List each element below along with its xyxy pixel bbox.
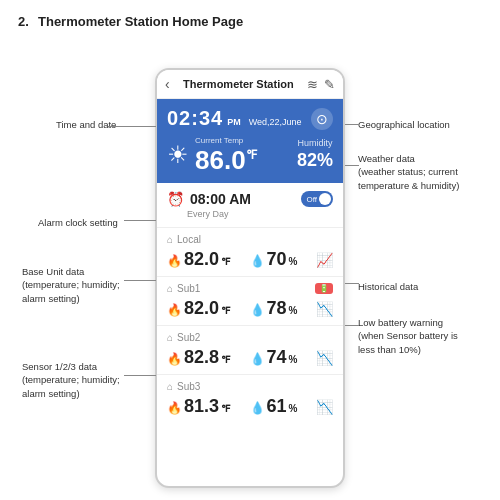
local-humid-value: 70: [267, 249, 287, 270]
weather-section: 02:34 PM Wed,22,June ⊙ ☀ Current Temp 86…: [157, 99, 343, 183]
annotation-geo: Geographical location: [358, 118, 450, 131]
sensor-name-sub2: ⌂ Sub2: [167, 332, 200, 343]
trend-chart-icon-sub3[interactable]: 📉: [316, 399, 333, 415]
sensor-label-sub2: Sub2: [177, 332, 200, 343]
sub3-humid-unit: %: [289, 403, 298, 414]
sensor-location-icon: ⌂: [167, 234, 173, 245]
sub1-humid-value: 78: [267, 298, 287, 319]
annotation-battery: Low battery warning (when Sensor battery…: [358, 316, 458, 356]
weather-left: ☀ Current Temp 86.0℉: [167, 136, 257, 173]
sensor-icon-sub3: ⌂: [167, 381, 173, 392]
annotation-base-unit: Base Unit data (temperature; humidity; a…: [22, 265, 120, 305]
sub2-temp-value: 82.8: [184, 347, 219, 368]
annotation-line-battery: [345, 325, 359, 326]
sub2-humid: 💧 74%: [250, 347, 298, 368]
sensor-icon-sub2: ⌂: [167, 332, 173, 343]
sensor-data-sub3: 🔥 81.3℉ 💧 61% 📉: [167, 396, 333, 417]
alarm-time: 08:00 AM: [190, 191, 251, 207]
time-ampm: PM: [227, 117, 241, 127]
sub3-humid: 💧 61%: [250, 396, 298, 417]
annotation-line-historical: [345, 283, 359, 284]
sensor-card-sub3: ⌂ Sub3 🔥 81.3℉ 💧 61% 📉: [157, 375, 343, 423]
humidity-label: Humidity: [297, 138, 333, 148]
annotation-historical: Historical data: [358, 280, 418, 293]
edit-icon[interactable]: ✎: [324, 77, 335, 92]
drop-icon-sub1: 💧: [250, 303, 265, 317]
annotation-sensor-data: Sensor 1/2/3 data (temperature; humidity…: [22, 360, 120, 400]
temp-block: Current Temp 86.0℉: [195, 136, 257, 173]
sub2-humid-value: 74: [267, 347, 287, 368]
sensor-icon-sub1: ⌂: [167, 283, 173, 294]
trend-chart-icon-sub2[interactable]: 📉: [316, 350, 333, 366]
sensor-name-sub1: ⌂ Sub1: [167, 283, 200, 294]
sub2-humid-unit: %: [289, 354, 298, 365]
location-icon[interactable]: ⊙: [311, 108, 333, 130]
alarm-toggle-label: Off: [306, 195, 317, 204]
local-temp-unit: ℉: [221, 256, 231, 267]
trend-chart-icon-sub1[interactable]: 📉: [316, 301, 333, 317]
local-temp-value: 82.0: [184, 249, 219, 270]
annotation-time-date: Time and date: [56, 118, 116, 131]
sun-icon: ☀: [167, 141, 189, 169]
flame-icon: 🔥: [167, 254, 182, 268]
sub1-temp-unit: ℉: [221, 305, 231, 316]
sub1-humid: 💧 78%: [250, 298, 298, 319]
time-display: 02:34 PM Wed,22,June: [167, 107, 302, 130]
wifi-icon[interactable]: ≋: [307, 77, 318, 92]
annotation-alarm: Alarm clock setting: [38, 216, 118, 229]
annotation-line-base: [124, 280, 156, 281]
sensor-header-sub1: ⌂ Sub1 🔋: [167, 283, 333, 294]
sub1-temp: 🔥 82.0℉: [167, 298, 231, 319]
back-button[interactable]: ‹: [165, 76, 170, 92]
humidity-block: Humidity 82%: [297, 138, 333, 171]
sensor-card-local: ⌂ Local 🔥 82.0℉ 💧 70% 📈: [157, 228, 343, 277]
local-humid-unit: %: [289, 256, 298, 267]
drop-icon-local: 💧: [250, 254, 265, 268]
sub2-temp: 🔥 82.8℉: [167, 347, 231, 368]
sensor-card-sub2: ⌂ Sub2 🔥 82.8℉ 💧 74% 📉: [157, 326, 343, 375]
flame-icon-sub3: 🔥: [167, 401, 182, 415]
annotation-line-sensor: [124, 375, 156, 376]
page-title: Thermometer Station Home Page: [38, 14, 243, 29]
annotation-line-weather: [345, 165, 359, 166]
alarm-toggle-knob: [319, 193, 331, 205]
sensor-label-sub1: Sub1: [177, 283, 200, 294]
temp-unit: ℉: [246, 148, 257, 162]
drop-icon-sub2: 💧: [250, 352, 265, 366]
sub1-temp-value: 82.0: [184, 298, 219, 319]
sensor-name-sub3: ⌂ Sub3: [167, 381, 200, 392]
sub3-temp: 🔥 81.3℉: [167, 396, 231, 417]
historical-chart-icon[interactable]: 📈: [316, 252, 333, 268]
weather-main: ☀ Current Temp 86.0℉ Humidity 82%: [167, 136, 333, 173]
annotation-line-alarm: [124, 220, 156, 221]
sensor-label-local: Local: [177, 234, 201, 245]
annotation-weather: Weather data (weather status; current te…: [358, 152, 459, 192]
alarm-left: ⏰ 08:00 AM: [167, 191, 251, 207]
alarm-section: ⏰ 08:00 AM Off Every Day: [157, 183, 343, 228]
sensor-data-local: 🔥 82.0℉ 💧 70% 📈: [167, 249, 333, 270]
sensor-name-local: ⌂ Local: [167, 234, 201, 245]
current-temp-label: Current Temp: [195, 136, 257, 145]
drop-icon-sub3: 💧: [250, 401, 265, 415]
sub3-temp-value: 81.3: [184, 396, 219, 417]
sensor-label-sub3: Sub3: [177, 381, 200, 392]
sensor-data-sub1: 🔥 82.0℉ 💧 78% 📉: [167, 298, 333, 319]
sub3-humid-value: 61: [267, 396, 287, 417]
alarm-row: ⏰ 08:00 AM Off: [167, 191, 333, 207]
alarm-icon: ⏰: [167, 191, 184, 207]
sub3-temp-unit: ℉: [221, 403, 231, 414]
time-value: 02:34: [167, 107, 223, 130]
sensor-data-sub2: 🔥 82.8℉ 💧 74% 📉: [167, 347, 333, 368]
battery-icon: 🔋: [319, 284, 329, 293]
annotation-line-geo: [345, 124, 359, 125]
battery-warning-sub1: 🔋: [315, 283, 333, 294]
time-date: Wed,22,June: [249, 117, 302, 127]
phone-mockup: ‹ Thermometer Station ≋ ✎ 02:34 PM Wed,2…: [155, 68, 345, 488]
alarm-toggle[interactable]: Off: [301, 191, 333, 207]
sensor-header-sub3: ⌂ Sub3: [167, 381, 333, 392]
sub1-humid-unit: %: [289, 305, 298, 316]
current-temp-value: 86.0℉: [195, 147, 257, 173]
app-title: Thermometer Station: [183, 78, 294, 90]
alarm-repeat: Every Day: [187, 209, 333, 219]
sensor-header-local: ⌂ Local: [167, 234, 333, 245]
